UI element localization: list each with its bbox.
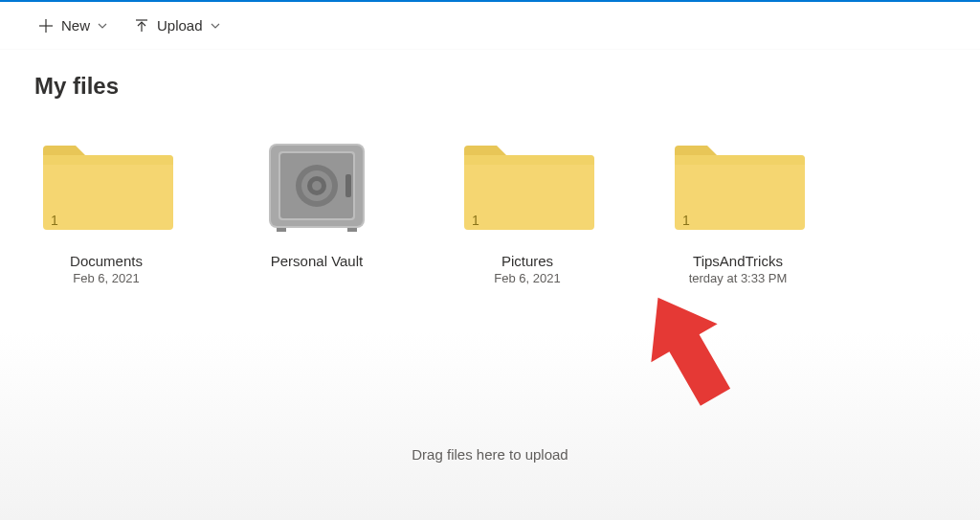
arrow-annotation <box>632 280 746 427</box>
folder-date: Feb 6, 2021 <box>494 271 560 285</box>
folder-count: 1 <box>472 213 479 228</box>
new-button-label: New <box>61 17 90 34</box>
plus-icon <box>38 18 54 34</box>
svg-point-11 <box>312 181 322 191</box>
folder-icon: 1 <box>460 138 594 234</box>
folder-count: 1 <box>682 213 690 228</box>
toolbar: New Upload <box>0 2 980 50</box>
upload-icon <box>134 18 149 34</box>
drop-hint: Drag files here to upload <box>412 446 568 463</box>
vault-name: Personal Vault <box>271 253 363 269</box>
personal-vault[interactable]: Personal Vault <box>245 138 389 285</box>
vault-icon <box>250 138 384 234</box>
new-button[interactable]: New <box>34 13 111 37</box>
upload-button-label: Upload <box>157 17 203 34</box>
folder-icon: 1 <box>39 138 173 234</box>
folder-name: Pictures <box>501 253 553 269</box>
svg-rect-12 <box>345 174 351 197</box>
upload-button[interactable]: Upload <box>130 13 224 37</box>
folder-count: 1 <box>51 213 58 228</box>
folder-tipsandtricks[interactable]: 1 TipsAndTricks terday at 3:33 PM <box>666 138 810 285</box>
folder-documents[interactable]: 1 Documents Feb 6, 2021 <box>34 138 178 285</box>
folder-name: Documents <box>70 253 143 269</box>
content-area: My files 1 Documents Feb 6, 2021 <box>0 50 980 520</box>
folder-date: Feb 6, 2021 <box>73 271 139 285</box>
svg-rect-13 <box>277 228 286 232</box>
folder-name: TipsAndTricks <box>693 253 783 269</box>
page-title: My files <box>34 73 946 100</box>
chevron-down-icon <box>98 20 107 31</box>
folder-pictures[interactable]: 1 Pictures Feb 6, 2021 <box>456 138 599 285</box>
files-grid: 1 Documents Feb 6, 2021 <box>34 138 946 285</box>
chevron-down-icon <box>211 20 220 31</box>
svg-rect-14 <box>347 228 357 232</box>
folder-icon: 1 <box>671 138 805 234</box>
folder-date: terday at 3:33 PM <box>689 271 788 285</box>
